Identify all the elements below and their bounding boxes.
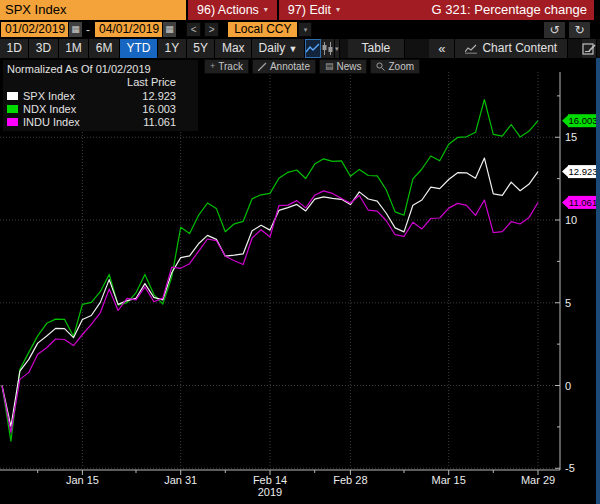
legend-value: 12.923 — [142, 90, 198, 102]
caret-down-solid-icon: ▼ — [289, 44, 298, 54]
track-label: Track — [218, 60, 243, 73]
date-toolbar: 01/02/2019 ▦ - 04/01/2019 ▦ < > Local CC… — [0, 20, 600, 39]
end-date-input[interactable]: 04/01/2019 — [95, 22, 162, 37]
undo-icon[interactable]: ↺ — [544, 22, 565, 38]
calendar-icon[interactable]: ▦ — [69, 22, 82, 37]
range-tab-1m[interactable]: 1M — [59, 39, 90, 58]
legend-label: INDU Index — [23, 116, 80, 128]
title-bar: SPX Index 96) Actions ▾ 97) Edit ▾ G 321… — [0, 0, 594, 20]
start-date-input[interactable]: 01/02/2019 — [1, 22, 68, 37]
legend-row-spx: SPX Index 12.923 — [7, 89, 198, 102]
range-tab-max[interactable]: Max — [215, 39, 252, 58]
zoom-button[interactable]: Zoom — [370, 59, 420, 74]
annotation-note-icon[interactable] — [582, 39, 597, 58]
chart-content-label: Chart Content — [482, 39, 557, 58]
legend-value: 11.061 — [143, 116, 198, 128]
range-tab-1y[interactable]: 1Y — [158, 39, 187, 58]
period-select[interactable]: Daily ▼ — [252, 39, 305, 58]
range-tab-1d[interactable]: 1D — [0, 39, 29, 58]
legend-label: NDX Index — [23, 103, 76, 115]
zoom-label: Zoom — [388, 60, 414, 73]
legend-value: 16.003 — [142, 103, 198, 115]
bloomberg-terminal-window: SPX Index 96) Actions ▾ 97) Edit ▾ G 321… — [0, 0, 600, 504]
legend-row-ndx: NDX Index 16.003 — [7, 102, 198, 115]
chart-legend[interactable]: Normalized As Of 01/02/2019 Last Price S… — [3, 60, 198, 131]
edit-menu-button[interactable]: 97) Edit ▾ — [277, 0, 349, 20]
next-period-button[interactable]: > — [204, 22, 219, 37]
chart-content-icon — [465, 44, 477, 54]
news-label: News — [336, 60, 361, 73]
legend-title: Normalized As Of 01/02/2019 — [7, 62, 198, 76]
range-tab-ytd[interactable]: YTD — [120, 39, 158, 58]
chart-content-button[interactable]: Chart Content — [455, 39, 568, 58]
indu-swatch-icon — [7, 118, 18, 126]
chart-toolbar: 1D 3D 1M 6M YTD 1Y 5Y Max Daily ▼ ▾ Tabl… — [0, 39, 600, 58]
actions-menu-label: 96) Actions — [197, 0, 259, 20]
track-button[interactable]: + Track — [204, 59, 249, 74]
function-title: G 321: Percentage change — [432, 0, 594, 20]
currency-dropdown-caret-icon[interactable]: ▾ — [298, 22, 312, 37]
edit-menu-label: 97) Edit — [288, 0, 331, 20]
range-tab-5y[interactable]: 5Y — [187, 39, 216, 58]
period-label: Daily — [259, 41, 286, 55]
legend-label: SPX Index — [23, 90, 75, 102]
track-crosshair-icon: + — [210, 61, 215, 72]
table-button[interactable]: Table — [348, 39, 406, 58]
caret-down-icon: ▾ — [336, 0, 340, 20]
legend-column-header: Last Price — [7, 76, 198, 89]
news-icon: ▤ — [325, 61, 334, 72]
security-input[interactable]: SPX Index — [0, 0, 186, 20]
magnifier-icon — [376, 62, 385, 71]
pencil-icon — [258, 62, 267, 71]
annotate-label: Annotate — [270, 60, 310, 73]
legend-row-indu: INDU Index 11.061 — [7, 115, 198, 128]
calendar-icon[interactable]: ▦ — [163, 22, 176, 37]
news-button[interactable]: ▤ News — [319, 59, 368, 74]
range-tab-3d[interactable]: 3D — [29, 39, 58, 58]
ndx-swatch-icon — [7, 105, 18, 113]
currency-select[interactable]: Local CCY — [228, 22, 297, 37]
chart-type-dropdown-caret-icon[interactable]: ▾ — [335, 39, 340, 58]
candlestick-chart-type-icon[interactable] — [321, 39, 335, 58]
window-edge-strip — [596, 58, 600, 504]
chart-overlay-toolbar: + Track Annotate ▤ News Zoom — [204, 59, 420, 74]
annotate-button[interactable]: Annotate — [252, 59, 316, 74]
line-chart-type-icon[interactable] — [305, 39, 321, 58]
redo-icon[interactable]: ↻ — [569, 22, 590, 38]
caret-down-icon: ▾ — [264, 0, 268, 20]
spx-swatch-icon — [7, 92, 18, 100]
collapse-panel-button[interactable]: « — [429, 39, 455, 58]
range-tab-6m[interactable]: 6M — [89, 39, 120, 58]
actions-menu-button[interactable]: 96) Actions ▾ — [186, 0, 277, 20]
prev-period-button[interactable]: < — [186, 22, 201, 37]
date-range-separator: - — [86, 23, 90, 37]
